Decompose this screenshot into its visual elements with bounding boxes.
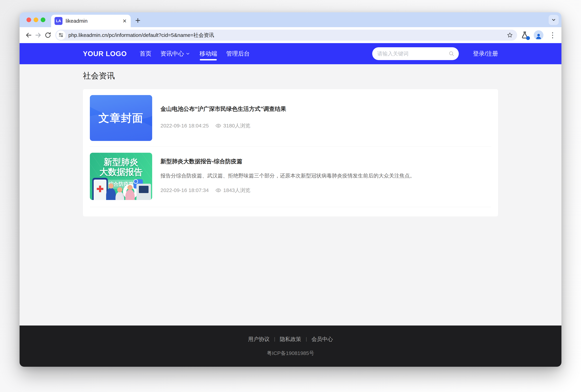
nav-item-news-center[interactable]: 资讯中心: [160, 43, 190, 64]
person-illustration: [106, 188, 116, 200]
star-icon: [507, 32, 513, 38]
forward-arrow-icon: [35, 32, 42, 39]
browser-window: LA likeadmin × + php.likeadmin.cn/pc/inf…: [19, 12, 562, 367]
article-row[interactable]: 新型肺炎 大数据报告 综合防疫篇: [90, 147, 491, 207]
kiosk-illustration: [136, 184, 151, 200]
article-row[interactable]: 文章封面 金山电池公布“沪广深市民绿色生活方式”调查结果 2022-09-16 …: [90, 89, 491, 147]
search-box: [372, 47, 459, 60]
main-nav: 首页 资讯中心 移动端 管理后台: [139, 43, 250, 64]
tab-search-button[interactable]: [549, 15, 559, 25]
article-thumbnail[interactable]: 文章封面: [90, 95, 152, 141]
nav-item-admin[interactable]: 管理后台: [226, 43, 250, 64]
article-views: 1843人浏览: [223, 187, 250, 194]
bookmark-button[interactable]: [506, 31, 514, 39]
experiments-button[interactable]: [520, 31, 529, 40]
nav-item-mobile[interactable]: 移动端: [199, 43, 217, 64]
site-favicon-icon: LA: [54, 17, 62, 25]
site-footer: 用户协议 | 隐私政策 | 会员中心 粤ICP备19081985号: [19, 326, 562, 367]
browser-menu-button[interactable]: ⋮: [548, 32, 557, 39]
footer-link-user-agreement[interactable]: 用户协议: [248, 336, 270, 343]
chevron-down-icon: [185, 51, 190, 56]
minimize-window-button[interactable]: [33, 18, 38, 22]
article-views: 3180人浏览: [223, 122, 250, 129]
nav-item-label: 资讯中心: [160, 50, 184, 58]
page-title: 社会资讯: [83, 64, 498, 80]
page-body: 社会资讯 文章封面 金山电池公布“沪广深市民绿色生活方式”调查结果 2022-0…: [19, 64, 562, 326]
eye-icon: [215, 123, 221, 129]
article-list-card: 文章封面 金山电池公布“沪广深市民绿色生活方式”调查结果 2022-09-16 …: [83, 89, 498, 216]
login-register-link[interactable]: 登录/注册: [473, 50, 498, 58]
site-settings-button[interactable]: [56, 30, 66, 40]
person-illustration: [115, 192, 124, 200]
close-window-button[interactable]: [26, 18, 31, 22]
article-meta: 2022-09-16 18:07:34 1843人浏览: [160, 187, 491, 194]
phone-illustration: [92, 178, 108, 200]
article-thumbnail[interactable]: 新型肺炎 大数据报告 综合防疫篇: [90, 153, 152, 200]
back-button[interactable]: [24, 30, 33, 40]
article-date: 2022-09-16 18:04:25: [160, 123, 209, 129]
back-arrow-icon: [25, 32, 32, 39]
thumbnail-text: 文章封面: [98, 111, 143, 125]
footer-separator: |: [306, 336, 307, 342]
tab-title: likeadmin: [66, 18, 119, 24]
article-description: 报告分综合防疫篇、武汉篇、拒绝野味篇三个部分，还原本次新型冠状病毒肺炎疫情发生前…: [160, 173, 491, 179]
footer-link-privacy-policy[interactable]: 隐私政策: [280, 336, 301, 343]
profile-avatar[interactable]: [534, 30, 544, 40]
experiments-badge: [526, 36, 530, 40]
search-icon[interactable]: [448, 50, 455, 57]
person-icon: [535, 32, 543, 40]
tab-strip: LA likeadmin × +: [19, 12, 562, 27]
browser-tab[interactable]: LA likeadmin ×: [51, 15, 131, 27]
article-title[interactable]: 金山电池公布“沪广深市民绿色生活方式”调查结果: [160, 105, 491, 113]
reload-button[interactable]: [43, 30, 53, 40]
reload-icon: [44, 32, 51, 39]
article-title[interactable]: 新型肺炎大数据报告-综合防疫篇: [160, 158, 491, 165]
browser-toolbar: php.likeadmin.cn/pc/information/default?…: [19, 27, 562, 43]
nav-item-home[interactable]: 首页: [139, 43, 151, 64]
thumbnail-text: 大数据报告: [90, 167, 152, 177]
traffic-lights: [26, 18, 45, 22]
footer-separator: |: [274, 336, 275, 342]
new-tab-button[interactable]: +: [135, 15, 140, 26]
site-navbar: YOUR LOGO 首页 资讯中心 移动端 管理后台 登录/注册: [19, 43, 562, 64]
eye-icon: [215, 187, 221, 193]
search-input[interactable]: [377, 51, 446, 56]
forward-button[interactable]: [33, 30, 43, 40]
site-settings-icon: [58, 32, 64, 38]
close-tab-icon[interactable]: ×: [122, 18, 127, 24]
fullscreen-window-button[interactable]: [41, 18, 45, 22]
chevron-down-icon: [551, 17, 557, 23]
site-logo[interactable]: YOUR LOGO: [83, 50, 127, 58]
address-bar[interactable]: php.likeadmin.cn/pc/information/default?…: [55, 30, 517, 41]
article-date: 2022-09-16 18:07:34: [160, 187, 209, 193]
footer-link-member-center[interactable]: 会员中心: [311, 336, 333, 343]
icp-number: 粤ICP备19081985号: [267, 350, 314, 357]
thumbnail-text: 新型肺炎: [90, 157, 152, 167]
article-meta: 2022-09-16 18:04:25 3180人浏览: [160, 122, 491, 129]
url-text[interactable]: php.likeadmin.cn/pc/information/default?…: [68, 32, 503, 39]
